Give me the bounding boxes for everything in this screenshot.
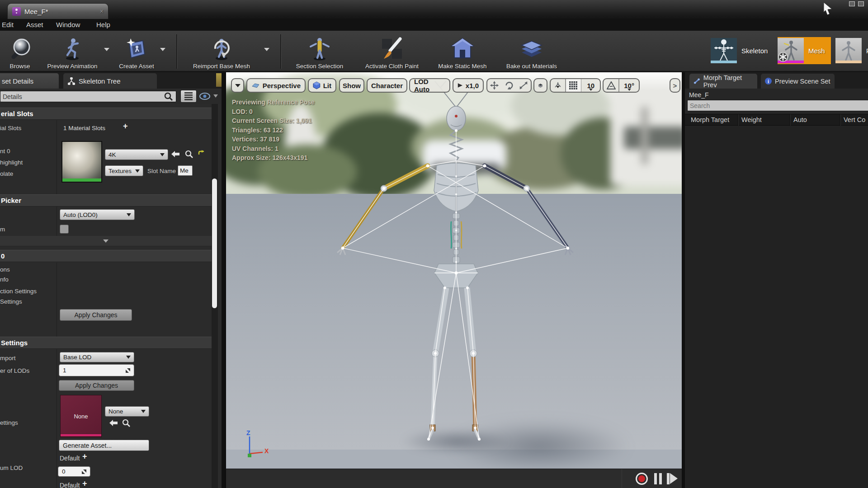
lod-settings-apply-changes-button[interactable]: Apply Changes [59,380,134,391]
viewport-toolbar-expand-button[interactable]: > [670,78,680,93]
lod-settings-none-combo[interactable]: None [105,406,149,417]
material-thumbnail[interactable] [61,141,102,183]
display-grid-button[interactable] [180,90,197,103]
material-asset-combo[interactable]: 4K [105,149,168,160]
view-options-dropdown-icon[interactable] [213,94,218,98]
lod-picker-header[interactable]: Picker [0,194,212,206]
find-material-search-icon[interactable] [184,150,193,159]
morph-table-body[interactable] [685,126,868,488]
add-default-button[interactable]: + [82,480,87,487]
details-expander[interactable] [0,236,212,246]
translate-tool-icon[interactable] [487,81,502,90]
reimport-base-mesh-button[interactable]: Reimport Base Mesh [188,34,255,71]
window-restore-icon[interactable] [858,1,864,6]
stats-line: UV Channels: 1 [232,144,315,154]
add-default-button[interactable]: + [82,453,87,460]
character-menu-button[interactable]: Character [367,78,407,93]
menu-edit[interactable]: Edit [2,21,14,28]
step-forward-icon[interactable] [670,473,678,484]
reimport-dropdown-icon[interactable] [264,48,269,51]
tab-morph-target-preview[interactable]: Morph Target Prev [689,74,757,89]
menu-window[interactable]: Window [56,21,80,28]
element-label: nt 0 [0,148,10,155]
lod0-apply-changes-button[interactable]: Apply Changes [60,309,132,321]
perspective-icon [251,82,260,89]
menu-help[interactable]: Help [96,21,110,28]
menu-asset[interactable]: Asset [26,21,43,28]
section-selection-button[interactable]: Section Selection [286,34,354,71]
playback-speed-button[interactable]: x1,0 [453,78,484,93]
bake-out-materials-button[interactable]: Bake out Materials [498,34,566,71]
details-scrollbar[interactable] [212,104,218,488]
morph-asset-name: Mee_F [689,91,709,99]
panel-splitter[interactable] [222,72,225,488]
make-static-mesh-button[interactable]: Make Static Mesh [429,34,496,71]
coordinate-space-button[interactable] [533,78,547,93]
mesh-mode-button[interactable]: Mesh [778,37,831,64]
minimum-lod-spinner[interactable]: 0 [58,466,90,477]
column-morph-target[interactable]: Morph Target [691,116,729,123]
spinner-resize-icon [126,368,130,373]
textures-dropdown-button[interactable]: Textures [105,165,143,176]
lod-picker-combo[interactable]: Auto (LOD0) [60,209,135,220]
column-vert-count[interactable]: Vert Co [844,116,865,123]
rotation-snap-value-button[interactable]: 10° [619,79,639,92]
grid-snap-value-button[interactable]: 10 [581,79,600,92]
lod-auto-button[interactable]: LOD Auto [409,78,450,93]
perspective-button[interactable]: Perspective [246,78,306,93]
pause-button[interactable] [659,473,662,484]
tab-skeleton-tree[interactable]: Skeleton Tree [63,73,157,89]
create-asset-button[interactable]: Create Asset [103,34,170,71]
slot-name-field[interactable]: Me [178,165,193,176]
transform-tools-group [486,78,532,93]
material-slots-header[interactable]: erial Slots [0,108,212,120]
details-search-input[interactable] [0,91,176,102]
skeleton-mode-button[interactable]: Skeleton [711,37,768,64]
rotate-tool-icon[interactable] [502,81,516,90]
world-space-cube-icon [538,82,542,89]
record-button[interactable] [636,473,648,485]
snap-dropdown-icon [556,86,560,88]
activate-cloth-paint-button[interactable]: Activate Cloth Paint [358,34,426,71]
window-layout-icon[interactable] [849,1,855,6]
browse-to-asset-icon[interactable] [170,150,180,158]
show-menu-button[interactable]: Show [339,78,364,93]
document-tab[interactable]: Mee_F* × [7,3,108,19]
custom-lod-checkbox[interactable] [60,225,69,234]
viewport-options-button[interactable] [231,78,244,93]
snap-dropdown-icon [589,89,593,91]
step-forward-button[interactable] [667,473,670,484]
lod-settings-header[interactable]: Settings [0,337,212,349]
physics-mode-button[interactable]: P [835,37,868,64]
surface-snap-button[interactable] [551,82,565,89]
generate-asset-button[interactable]: Generate Asset... [59,440,149,451]
number-of-lods-spinner[interactable]: 1 [59,364,134,376]
grid-snap-toggle[interactable] [566,79,581,92]
tab-asset-details[interactable]: set Details [0,73,59,89]
lod-import-combo[interactable]: Base LOD [60,352,134,362]
browse-to-asset-icon[interactable] [108,419,118,427]
lod-import-label: mport [0,355,16,361]
rotation-snap-toggle[interactable] [604,81,618,89]
lod-settings-thumbnail[interactable]: None [60,395,102,437]
preview-animation-button[interactable]: Preview Animation [38,34,106,71]
material-slots-count: 1 Material Slots [63,125,105,131]
reset-to-default-icon[interactable] [198,150,206,158]
column-auto[interactable]: Auto [793,116,807,123]
view-options-eye-icon[interactable] [199,92,212,100]
close-icon[interactable]: × [100,8,104,15]
find-asset-search-icon[interactable] [122,418,131,427]
pause-button[interactable] [654,473,657,484]
column-weight[interactable]: Weight [741,116,762,123]
details-scrollbar-thumb[interactable] [212,178,217,308]
add-material-slot-button[interactable]: + [123,123,128,129]
lit-mode-button[interactable]: Lit [308,78,336,93]
morph-search-input[interactable] [687,100,868,111]
lod0-header[interactable]: 0 [0,250,212,262]
create-asset-dropdown-icon[interactable] [160,48,165,51]
preview-viewport[interactable]: Perspective Lit Show Character LOD Auto … [225,72,682,469]
stats-line: LOD: 0 [232,107,315,117]
tab-preview-scene-settings[interactable]: i Preview Scene Set [761,74,835,89]
scale-tool-icon[interactable] [516,81,531,90]
right-panel-tabbar: Morph Target Prev i Preview Scene Set [685,72,868,89]
